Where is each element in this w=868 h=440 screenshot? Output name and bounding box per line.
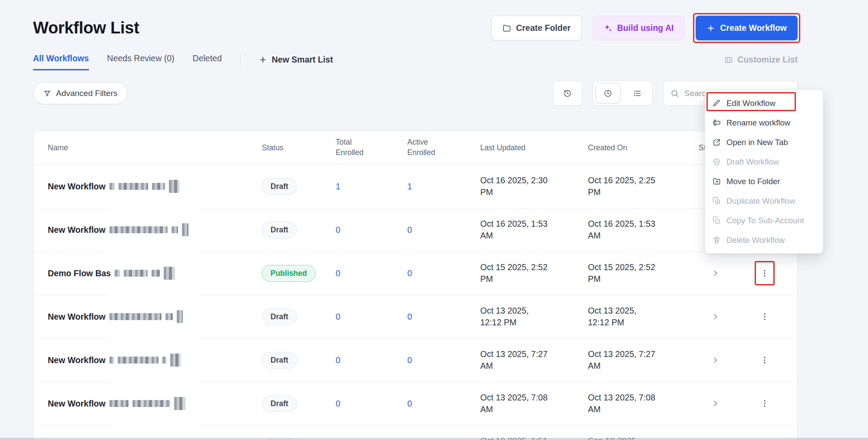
- advanced-filters-button[interactable]: Advanced Filters: [33, 82, 128, 104]
- list-icon: [633, 89, 642, 98]
- row-actions-menu-button[interactable]: [755, 348, 775, 372]
- redacted-text: [119, 183, 148, 190]
- status-badge: Draft: [262, 352, 297, 369]
- active-enrolled-link[interactable]: 1: [407, 182, 412, 191]
- sparkles-icon: [604, 24, 612, 33]
- workflow-name[interactable]: New Workflow: [48, 312, 106, 322]
- menu-item-label: Draft Workflow: [726, 157, 779, 167]
- row-actions-menu-button[interactable]: [755, 261, 775, 285]
- total-enrolled-link[interactable]: 0: [336, 399, 340, 408]
- status-badge: Draft: [262, 222, 297, 238]
- customize-list-button[interactable]: Customize List: [724, 55, 798, 70]
- col-header-sta: Sta: [674, 143, 700, 152]
- col-header-created-on: Created On: [564, 143, 674, 152]
- top-bar: Workflow List Create Folder Build using …: [33, 0, 798, 40]
- menu-item-delete-workflow[interactable]: Delete Workflow: [705, 230, 823, 250]
- redacted-text: [124, 270, 148, 277]
- last-updated: Oct 15 2025, 2:52 PM: [480, 261, 549, 285]
- advanced-filters-label: Advanced Filters: [56, 89, 118, 98]
- active-enrolled-link[interactable]: 0: [407, 312, 412, 321]
- active-enrolled-link[interactable]: 0: [407, 355, 412, 365]
- menu-item-label: Open in New Tab: [726, 138, 788, 147]
- clock-icon: [604, 89, 612, 98]
- toolbar: Advanced Filters: [33, 81, 798, 106]
- workflow-name[interactable]: New Workflow: [48, 182, 106, 192]
- redacted-text: [172, 226, 178, 233]
- create-workflow-button[interactable]: Create Workflow: [696, 16, 798, 40]
- customize-list-label: Customize List: [737, 55, 798, 65]
- workflow-name[interactable]: New Workflow: [48, 399, 106, 409]
- new-smart-list-button[interactable]: New Smart List: [259, 55, 333, 70]
- trash-icon: [712, 236, 721, 245]
- last-updated: Oct 13 2025, 7:08 AM: [480, 392, 549, 416]
- active-enrolled-link[interactable]: 0: [407, 399, 412, 408]
- created-on: Oct 13 2025, 7:27 AM: [588, 348, 657, 372]
- col-header-last-updated: Last Updated: [456, 143, 564, 152]
- menu-item-draft-workflow[interactable]: Draft Workflow: [705, 152, 823, 172]
- active-enrolled-link[interactable]: 0: [407, 225, 412, 235]
- build-using-ai-label: Build using AI: [617, 23, 673, 33]
- folder-icon: [502, 24, 511, 33]
- page-title: Workflow List: [33, 19, 139, 37]
- create-workflow-label: Create Workflow: [720, 23, 787, 33]
- workflow-name[interactable]: New Workflow: [48, 355, 106, 365]
- redacted-text: [132, 400, 170, 407]
- redacted-text: [152, 270, 160, 277]
- total-enrolled-link[interactable]: 0: [336, 268, 340, 278]
- redacted-text: [118, 357, 158, 364]
- tab-bar: All Workflows Needs Review (0) Deleted N…: [33, 53, 798, 70]
- time-view-toggle[interactable]: [595, 83, 620, 103]
- create-folder-label: Create Folder: [516, 23, 571, 33]
- menu-item-duplicate-workflow[interactable]: Duplicate Workflow: [705, 191, 823, 211]
- menu-item-label: Move to Folder: [726, 177, 780, 186]
- redacted-text: [165, 313, 173, 320]
- search-icon: [670, 89, 679, 98]
- workflow-name[interactable]: Demo Flow Bas: [48, 268, 111, 278]
- redacted-text: [170, 354, 181, 367]
- redacted-text: [109, 313, 162, 320]
- last-updated: Oct 13 2025, 7:27 AM: [480, 348, 549, 372]
- redacted-text: [152, 183, 165, 190]
- columns-icon: [724, 56, 733, 64]
- created-on: Oct 15 2025, 2:52 PM: [588, 261, 657, 285]
- redacted-text: [177, 310, 183, 323]
- tab-all-workflows[interactable]: All Workflows: [33, 53, 89, 70]
- new-smart-list-label: New Smart List: [272, 55, 333, 65]
- row-actions-menu-button[interactable]: [755, 304, 775, 329]
- menu-item-label: Delete Workflow: [726, 235, 785, 245]
- total-enrolled-link[interactable]: 1: [336, 182, 340, 191]
- pencil-icon: [712, 99, 721, 108]
- row-actions-menu-button[interactable]: [755, 391, 775, 416]
- total-enrolled-link[interactable]: 0: [336, 355, 340, 365]
- last-updated: Oct 16 2025, 1:53 AM: [480, 218, 549, 242]
- total-enrolled-link[interactable]: 0: [336, 225, 340, 235]
- tab-deleted[interactable]: Deleted: [193, 53, 222, 70]
- view-toggle-group: [593, 81, 653, 106]
- redacted-text: [109, 226, 168, 233]
- menu-item-move-to-folder[interactable]: Move to Folder: [705, 172, 823, 191]
- expand-row-button[interactable]: [700, 269, 731, 278]
- active-enrolled-link[interactable]: 0: [407, 268, 412, 278]
- expand-row-button[interactable]: [700, 399, 731, 408]
- menu-item-rename-workflow[interactable]: Rename workflow: [705, 113, 823, 132]
- menu-item-copy-to-sub-account[interactable]: Copy To Sub-Account: [705, 211, 823, 230]
- list-view-toggle[interactable]: [623, 81, 652, 106]
- redacted-text: [109, 400, 129, 407]
- table-header-row: Name Status Total Enrolled Active Enroll…: [33, 131, 797, 165]
- menu-item-edit-workflow[interactable]: Edit Workflow: [705, 93, 823, 113]
- expand-row-button[interactable]: [700, 312, 731, 321]
- total-enrolled-link[interactable]: 0: [336, 312, 340, 321]
- history-button[interactable]: [553, 81, 582, 106]
- redacted-text: [169, 180, 179, 193]
- menu-item-open-in-new-tab[interactable]: Open in New Tab: [705, 132, 823, 152]
- tab-needs-review[interactable]: Needs Review (0): [107, 53, 175, 70]
- build-using-ai-button[interactable]: Build using AI: [593, 16, 684, 40]
- pause-circle-icon: [712, 158, 721, 166]
- workflow-name[interactable]: New Workflow: [48, 225, 106, 235]
- create-folder-button[interactable]: Create Folder: [492, 16, 581, 40]
- external-link-icon: [712, 138, 721, 147]
- history-icon: [563, 89, 572, 98]
- expand-row-button[interactable]: [700, 356, 731, 364]
- copy-icon: [712, 216, 721, 225]
- menu-item-label: Edit Workflow: [726, 99, 776, 108]
